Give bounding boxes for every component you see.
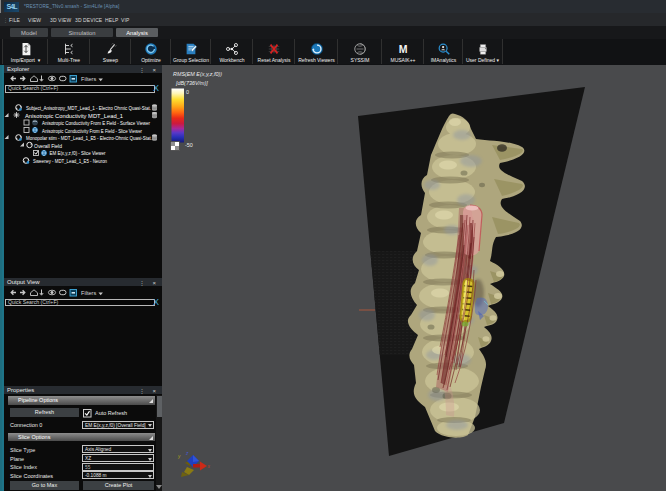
svg-text:[dB(736V/m)]: [dB(736V/m)] [175,80,208,86]
svg-text:Anisotropic Conductivity From: Anisotropic Conductivity From E Field - … [42,129,142,134]
svg-text:Sweeney - MDT_Lead_1_E5 - Neur: Sweeney - MDT_Lead_1_E5 - Neuron [33,159,107,164]
svg-text:Filters: Filters [81,290,96,296]
svg-text:x: x [207,464,211,469]
svg-text:Overall Field: Overall Field [34,144,62,149]
svg-text:y: y [177,454,181,459]
svg-text:Anisotropic Conductivity MDT_L: Anisotropic Conductivity MDT_Lead_1 [25,114,123,119]
svg-text:-50: -50 [185,142,193,148]
svg-text:0: 0 [186,89,189,95]
svg-text:z: z [185,451,189,456]
svg-text:Anisotropic Conductivity From: Anisotropic Conductivity From E Field - … [42,121,150,126]
svg-text:RMS(EM E(x,y,z,f0)): RMS(EM E(x,y,z,f0)) [173,71,222,77]
svg-text:Filters: Filters [81,76,96,82]
svg-text:EM E(x,y,z,f0) - Slice Viewer: EM E(x,y,z,f0) - Slice Viewer [50,151,106,156]
svg-text:Subject_Anisotropy_MDT_Lead_1: Subject_Anisotropy_MDT_Lead_1 - Electro … [26,106,151,111]
svg-text:M: M [399,42,408,54]
svg-text:Monopolar stim - MDT_Lead_1_E5: Monopolar stim - MDT_Lead_1_E5 - Electro… [26,136,152,141]
